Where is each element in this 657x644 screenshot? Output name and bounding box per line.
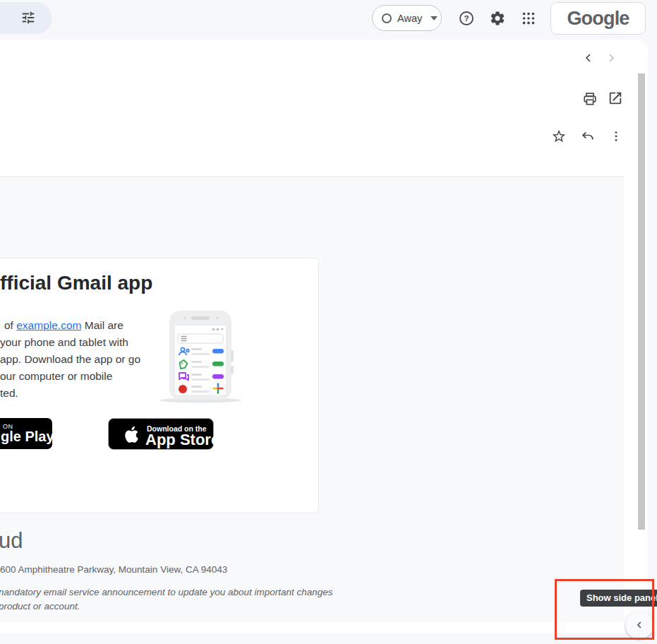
- open-in-new-window-button[interactable]: [607, 90, 624, 107]
- reply-icon: [579, 127, 596, 144]
- reply-button[interactable]: [579, 127, 596, 144]
- email-paragraph-line: app. Download the app or go: [0, 352, 140, 366]
- chevron-down-icon: [430, 16, 438, 20]
- show-side-panel-tooltip: Show side panel: [580, 590, 657, 607]
- show-side-panel-button[interactable]: [625, 611, 653, 639]
- more-vert-icon: [608, 128, 625, 145]
- email-heading: fficial Gmail app: [0, 272, 152, 294]
- gear-icon: [489, 10, 506, 27]
- availability-status-dropdown[interactable]: Away: [372, 5, 442, 31]
- search-options-button[interactable]: [20, 9, 37, 26]
- google-play-badge-main-text: gle Play: [1, 429, 52, 445]
- google-play-badge[interactable]: ON gle Play: [0, 418, 52, 449]
- help-button[interactable]: ?: [458, 10, 475, 27]
- print-button[interactable]: [581, 90, 598, 107]
- vertical-scrollbar-thumb[interactable]: [638, 73, 645, 530]
- top-bar: Away ? Google: [0, 0, 657, 37]
- example-domain-link[interactable]: example.com: [16, 319, 81, 331]
- footer-disclaimer-line: product or account.: [0, 601, 80, 612]
- chevron-left-icon: [580, 49, 597, 66]
- email-paragraph-line: our computer or mobile: [0, 369, 112, 383]
- email-paragraph-line: your phone and tablet with: [0, 335, 128, 350]
- footer-disclaimer-line: nandatory email service announcement to …: [0, 587, 333, 597]
- help-icon: ?: [458, 10, 475, 27]
- open-in-new-icon: [607, 90, 624, 107]
- printer-icon: [581, 90, 598, 107]
- older-conversation-button-disabled[interactable]: [603, 49, 620, 66]
- footer-logo-fragment: ud: [0, 528, 23, 554]
- status-circle-icon: [382, 13, 392, 23]
- apps-grid-icon: [520, 10, 537, 27]
- chevron-right-icon: [603, 49, 620, 66]
- paragraph-text: Mail are: [81, 319, 123, 331]
- more-options-button[interactable]: [608, 128, 625, 145]
- footer-address: 600 Amphitheatre Parkway, Mountain View,…: [0, 564, 227, 575]
- google-apps-button[interactable]: [520, 10, 537, 27]
- email-paragraph-line: ted.: [0, 386, 18, 400]
- tune-icon: [20, 9, 37, 26]
- star-icon: [550, 128, 567, 145]
- newer-conversation-button[interactable]: [580, 49, 597, 66]
- google-logo: Google: [567, 8, 629, 30]
- email-paragraph-line: of example.com Mail are: [4, 318, 123, 333]
- app-store-badge[interactable]: Download on the App Store: [108, 418, 214, 450]
- google-account-chip[interactable]: Google: [550, 2, 646, 35]
- apple-logo-icon: [121, 424, 140, 445]
- paragraph-text: of: [4, 319, 16, 331]
- status-label: Away: [397, 13, 422, 24]
- app-store-badge-main-text: App Store: [145, 431, 219, 449]
- chevron-left-icon: [633, 619, 646, 631]
- star-button[interactable]: [550, 128, 567, 145]
- settings-button[interactable]: [489, 10, 506, 27]
- svg-text:?: ?: [464, 14, 469, 23]
- gmail-app-phone-illustration: [150, 306, 251, 407]
